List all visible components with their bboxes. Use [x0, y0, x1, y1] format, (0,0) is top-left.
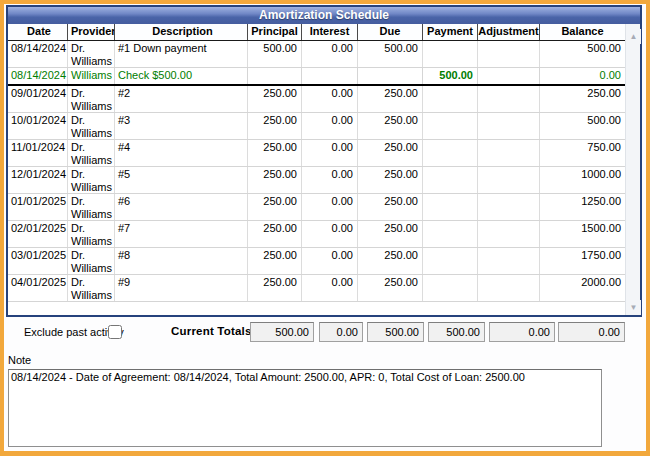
column-header-balance: Balance — [540, 24, 625, 40]
cell-balance: 500.00 — [540, 113, 625, 139]
cell-date: 09/01/2024 — [8, 86, 68, 112]
cell-provider: Dr. Williams — [68, 113, 115, 139]
column-header-interest: Interest — [302, 24, 358, 40]
cell-date: 03/01/2025 — [8, 248, 68, 274]
cell-balance: 0.00 — [540, 68, 625, 84]
cell-adjustment — [478, 167, 540, 193]
cell-due — [358, 68, 423, 84]
table-row[interactable]: 09/01/2024Dr. Williams#2250.000.00250.00… — [8, 86, 625, 113]
cell-date: 12/01/2024 — [8, 167, 68, 193]
cell-adjustment — [478, 140, 540, 166]
cell-interest: 0.00 — [302, 113, 358, 139]
cell-provider: Dr. Williams — [68, 248, 115, 274]
exclude-past-activity-checkbox[interactable] — [108, 325, 122, 339]
table-row[interactable]: 01/01/2025Dr. Williams#6250.000.00250.00… — [8, 194, 625, 221]
cell-adjustment — [478, 86, 540, 112]
scroll-down-button[interactable]: ▼ — [626, 300, 641, 315]
cell-due: 250.00 — [358, 140, 423, 166]
cell-provider: Williams — [68, 68, 115, 84]
column-header-date: Date — [8, 24, 68, 40]
table-row[interactable]: 10/01/2024Dr. Williams#3250.000.00250.00… — [8, 113, 625, 140]
cell-payment: 500.00 — [423, 68, 478, 84]
cell-date: 11/01/2024 — [8, 140, 68, 166]
cell-payment — [423, 86, 478, 112]
cell-balance: 1750.00 — [540, 248, 625, 274]
cell-provider: Dr. Williams — [68, 275, 115, 301]
cell-adjustment — [478, 68, 540, 84]
cell-interest — [302, 68, 358, 84]
amortization-schedule-dialog: Amortization Schedule DateProviderDescri… — [0, 0, 650, 456]
cell-description: #2 — [115, 86, 248, 112]
column-header-principal: Principal — [248, 24, 302, 40]
arrow-down-icon: ▼ — [630, 303, 638, 312]
schedule-grid: Amortization Schedule DateProviderDescri… — [6, 5, 642, 317]
cell-due: 500.00 — [358, 41, 423, 67]
column-header-provider: Provider — [68, 24, 115, 40]
arrow-up-icon: ▲ — [630, 32, 638, 41]
cell-interest: 0.00 — [302, 248, 358, 274]
cell-interest: 0.00 — [302, 86, 358, 112]
cell-adjustment — [478, 113, 540, 139]
cell-due: 250.00 — [358, 167, 423, 193]
cell-interest: 0.00 — [302, 167, 358, 193]
column-header-due: Due — [358, 24, 423, 40]
cell-balance: 1500.00 — [540, 221, 625, 247]
table-row[interactable]: 08/14/2024WilliamsCheck $500.00500.000.0… — [8, 68, 625, 86]
scroll-up-button[interactable]: ▲ — [626, 29, 641, 44]
vertical-scrollbar[interactable]: ▲ ▼ — [625, 24, 640, 315]
cell-description: #8 — [115, 248, 248, 274]
cell-balance: 1000.00 — [540, 167, 625, 193]
cell-payment — [423, 140, 478, 166]
table-row[interactable]: 11/01/2024Dr. Williams#4250.000.00250.00… — [8, 140, 625, 167]
cell-principal: 250.00 — [248, 221, 302, 247]
cell-provider: Dr. Williams — [68, 140, 115, 166]
current-total-box: 0.00 — [489, 322, 555, 342]
cell-adjustment — [478, 248, 540, 274]
cell-payment — [423, 248, 478, 274]
cell-principal: 500.00 — [248, 41, 302, 67]
cell-payment — [423, 275, 478, 301]
grid-title: Amortization Schedule — [8, 7, 640, 24]
cell-principal: 250.00 — [248, 275, 302, 301]
current-total-box: 0.00 — [319, 322, 363, 342]
table-row[interactable]: 03/01/2025Dr. Williams#8250.000.00250.00… — [8, 248, 625, 275]
cell-date: 10/01/2024 — [8, 113, 68, 139]
cell-balance: 2000.00 — [540, 275, 625, 301]
cell-balance: 500.00 — [540, 41, 625, 67]
cell-description: #6 — [115, 194, 248, 220]
cell-date: 08/14/2024 — [8, 41, 68, 67]
table-row[interactable]: 02/01/2025Dr. Williams#7250.000.00250.00… — [8, 221, 625, 248]
cell-balance: 1250.00 — [540, 194, 625, 220]
cell-description: #9 — [115, 275, 248, 301]
cell-due: 250.00 — [358, 275, 423, 301]
cell-principal: 250.00 — [248, 167, 302, 193]
cell-payment — [423, 41, 478, 67]
note-textarea[interactable]: 08/14/2024 - Date of Agreement: 08/14/20… — [8, 369, 602, 447]
cell-adjustment — [478, 41, 540, 67]
cell-description: #3 — [115, 113, 248, 139]
column-header-adjustment: Adjustment — [478, 24, 540, 40]
cell-provider: Dr. Williams — [68, 41, 115, 67]
cell-interest: 0.00 — [302, 140, 358, 166]
cell-description: #7 — [115, 221, 248, 247]
table-row[interactable]: 08/14/2024Dr. Williams#1 Down payment500… — [8, 41, 625, 68]
cell-payment — [423, 113, 478, 139]
table-row[interactable]: 04/01/2025Dr. Williams#9250.000.00250.00… — [8, 275, 625, 302]
cell-balance: 250.00 — [540, 86, 625, 112]
column-header-payment: Payment — [423, 24, 478, 40]
cell-provider: Dr. Williams — [68, 194, 115, 220]
cell-principal: 250.00 — [248, 248, 302, 274]
cell-date: 04/01/2025 — [8, 275, 68, 301]
cell-provider: Dr. Williams — [68, 167, 115, 193]
current-total-box: 0.00 — [558, 322, 625, 342]
current-total-box: 500.00 — [250, 322, 314, 342]
cell-description: #4 — [115, 140, 248, 166]
current-totals-label: Current Totals — [171, 325, 252, 337]
cell-principal: 250.00 — [248, 86, 302, 112]
cell-date: 01/01/2025 — [8, 194, 68, 220]
cell-provider: Dr. Williams — [68, 221, 115, 247]
table-row[interactable]: 12/01/2024Dr. Williams#5250.000.00250.00… — [8, 167, 625, 194]
column-header-description: Description — [115, 24, 248, 40]
cell-principal: 250.00 — [248, 113, 302, 139]
current-total-box: 500.00 — [428, 322, 485, 342]
